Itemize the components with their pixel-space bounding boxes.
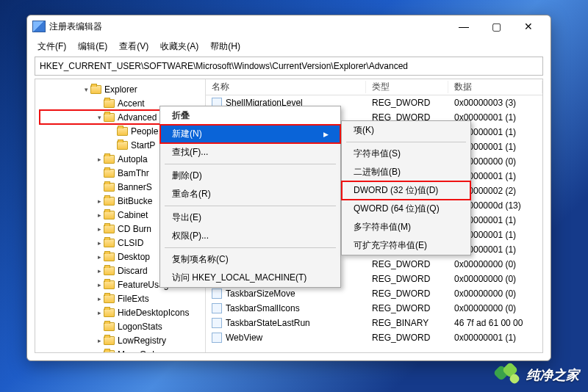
watermark: 纯净之家 xyxy=(495,364,579,386)
tree-node-hidedesktopicons[interactable]: ▸HideDesktopIcons xyxy=(40,305,205,319)
address-bar[interactable]: HKEY_CURRENT_USER\SOFTWARE\Microsoft\Win… xyxy=(35,57,543,76)
folder-icon xyxy=(104,113,115,122)
folder-icon xyxy=(104,336,115,345)
value-type: REG_DWORD xyxy=(366,259,448,269)
value-icon xyxy=(212,288,222,299)
value-data: 0x00000000 (0) xyxy=(448,288,542,299)
separator xyxy=(346,142,466,142)
menu-file[interactable]: 文件(F) xyxy=(33,39,71,54)
value-name: WebView xyxy=(226,333,262,343)
value-name: TaskbarSmallIcons xyxy=(226,303,300,313)
tree-node-lowregistry[interactable]: ▸LowRegistry xyxy=(40,333,205,347)
ctx-export[interactable]: 导出(E) xyxy=(160,208,340,227)
value-type: REG_DWORD xyxy=(366,274,448,284)
tree-node-menuorder[interactable]: ▸MenuOrder xyxy=(40,347,205,352)
folder-icon xyxy=(117,127,128,136)
sub-dword[interactable]: DWORD (32 位)值(D) xyxy=(342,181,470,200)
value-row[interactable]: TaskbarSmallIconsREG_DWORD0x00000000 (0) xyxy=(206,301,542,316)
ctx-goto-hklm[interactable]: 访问 HKEY_LOCAL_MACHINE(T) xyxy=(160,269,340,287)
value-type: REG_BINARY xyxy=(366,318,448,328)
window-title: 注册表编辑器 xyxy=(49,21,448,33)
sub-key[interactable]: 项(K) xyxy=(342,121,470,139)
ctx-header-collapse[interactable]: 折叠 xyxy=(160,106,340,125)
sub-string[interactable]: 字符串值(S) xyxy=(342,145,470,163)
tree-node-logonstats[interactable]: LogonStats xyxy=(40,319,205,333)
value-type: REG_DWORD xyxy=(366,333,448,343)
separator xyxy=(165,247,336,248)
folder-icon xyxy=(104,239,115,247)
separator xyxy=(165,164,336,164)
tree-node-fileexts[interactable]: ▸FileExts xyxy=(40,291,205,305)
folder-icon xyxy=(104,322,115,331)
value-row[interactable]: TaskbarStateLastRunREG_BINARY46 7f ad 61… xyxy=(206,316,542,330)
value-icon xyxy=(212,303,222,313)
folder-icon xyxy=(90,85,101,94)
folder-icon xyxy=(104,225,115,233)
menu-edit[interactable]: 编辑(E) xyxy=(74,39,112,54)
close-button[interactable]: ✕ xyxy=(512,15,545,37)
ctx-new[interactable]: 新建(N)▶ xyxy=(160,125,340,143)
maximize-button[interactable]: ▢ xyxy=(480,15,512,37)
folder-icon xyxy=(104,294,115,303)
ctx-permissions[interactable]: 权限(P)... xyxy=(160,227,340,245)
minimize-button[interactable]: — xyxy=(448,15,480,37)
regedit-icon xyxy=(33,21,45,32)
col-header-data[interactable]: 数据 xyxy=(448,81,542,93)
ctx-delete[interactable]: 删除(D) xyxy=(160,167,340,185)
col-header-type[interactable]: 类型 xyxy=(366,81,448,93)
ctx-rename[interactable]: 重命名(R) xyxy=(160,185,340,203)
value-data: 0x00000000 (0) xyxy=(448,259,542,269)
folder-icon xyxy=(104,155,115,164)
value-data: 0x00000001 (1) xyxy=(448,333,542,343)
menu-view[interactable]: 查看(V) xyxy=(115,39,153,54)
watermark-text: 纯净之家 xyxy=(526,366,579,384)
menubar: 文件(F) 编辑(E) 查看(V) 收藏夹(A) 帮助(H) xyxy=(27,37,551,55)
watermark-logo-icon xyxy=(495,364,522,386)
menu-favorites[interactable]: 收藏夹(A) xyxy=(156,39,203,54)
folder-icon xyxy=(104,308,115,317)
context-submenu-new: 项(K) 字符串值(S) 二进制值(B) DWORD (32 位)值(D) QW… xyxy=(341,120,471,255)
col-header-name[interactable]: 名称 xyxy=(206,81,366,93)
value-type: REG_DWORD xyxy=(366,98,448,108)
folder-icon xyxy=(104,99,115,108)
context-menu: 折叠 新建(N)▶ 查找(F)... 删除(D) 重命名(R) 导出(E) 权限… xyxy=(159,106,341,288)
folder-icon xyxy=(104,211,115,219)
sub-binary[interactable]: 二进制值(B) xyxy=(342,163,470,181)
value-type: REG_DWORD xyxy=(366,303,448,313)
sub-expandstring[interactable]: 可扩充字符串值(E) xyxy=(342,236,470,255)
value-data: 0x00000000 (0) xyxy=(448,303,542,313)
value-icon xyxy=(212,318,222,328)
sub-multistring[interactable]: 多字符串值(M) xyxy=(342,218,470,236)
values-header[interactable]: 名称 类型 数据 xyxy=(206,79,542,95)
sub-qword[interactable]: QWORD (64 位)值(Q) xyxy=(342,200,470,218)
folder-icon xyxy=(104,280,115,289)
value-data: 46 7f ad 61 00 00 xyxy=(448,318,542,328)
value-icon xyxy=(212,333,222,343)
separator xyxy=(165,206,336,206)
folder-icon xyxy=(104,350,115,353)
ctx-copykeyname[interactable]: 复制项名称(C) xyxy=(160,250,340,269)
value-row[interactable]: TaskbarSizeMoveREG_DWORD0x00000000 (0) xyxy=(206,286,542,301)
titlebar[interactable]: 注册表编辑器 — ▢ ✕ xyxy=(27,15,551,37)
menu-help[interactable]: 帮助(H) xyxy=(206,39,245,54)
folder-icon xyxy=(104,197,115,206)
folder-icon xyxy=(104,266,115,275)
value-name: TaskbarStateLastRun xyxy=(226,318,310,328)
submenu-arrow-icon: ▶ xyxy=(306,131,329,138)
value-row[interactable]: WebViewREG_DWORD0x00000001 (1) xyxy=(206,330,542,345)
value-data: 0x00000000 (0) xyxy=(448,274,542,284)
folder-icon xyxy=(104,183,115,192)
folder-icon xyxy=(104,169,115,178)
ctx-find[interactable]: 查找(F)... xyxy=(160,143,340,161)
value-name: TaskbarSizeMove xyxy=(226,288,295,299)
value-type: REG_DWORD xyxy=(366,288,448,299)
value-data: 0x00000003 (3) xyxy=(448,98,542,108)
address-text: HKEY_CURRENT_USER\SOFTWARE\Microsoft\Win… xyxy=(40,61,408,71)
folder-icon xyxy=(117,141,128,150)
tree-node-explorer[interactable]: ▾Explorer xyxy=(40,82,205,96)
folder-icon xyxy=(104,253,115,261)
